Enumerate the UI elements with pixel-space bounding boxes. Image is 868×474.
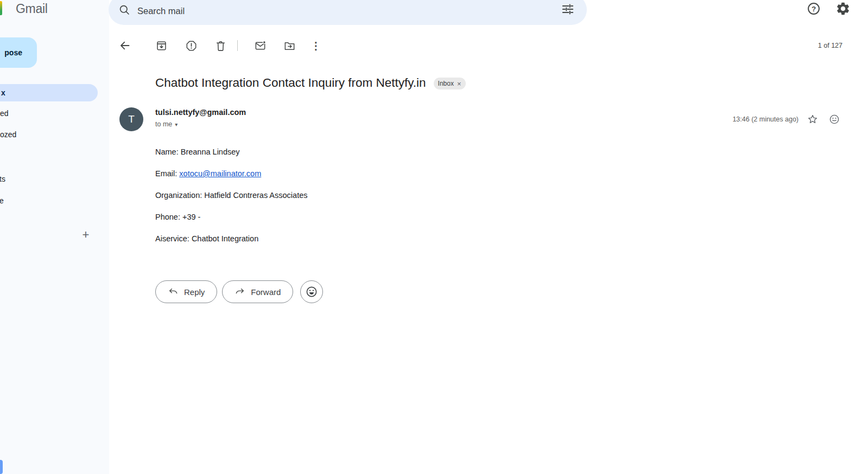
sidebar-item-starred[interactable]: ed [0,105,98,122]
pagination-counter: 1 of 127 [818,30,842,61]
forward-arrow-icon [235,286,245,297]
forward-button[interactable]: Forward [222,280,293,303]
archive-icon[interactable] [150,35,172,56]
to-me-dropdown[interactable]: to me▾ [155,120,178,128]
body-line-aiservice: Aiservice: Chatbot Integration [155,233,307,244]
report-spam-icon[interactable] [180,35,202,56]
inbox-chip-label: Inbox [438,80,454,87]
svg-text:?: ? [812,5,816,13]
to-me-label: to me [155,120,172,128]
message-header: T tulsi.nettyfy@gmail.com to me▾ 13:46 (… [119,107,868,133]
body-line-organization: Organization: Hatfield Contreras Associa… [155,190,307,201]
search-input[interactable] [137,4,517,18]
email-toolbar: ⋮ [114,35,327,56]
sidebar-item-snoozed[interactable]: ozed [0,126,98,143]
body-line-phone: Phone: +39 - [155,212,307,222]
sender-avatar: T [119,107,143,131]
back-arrow-icon[interactable] [114,35,136,56]
gmail-logo: Gmail [0,0,109,26]
email-subject: Chatbot Integration Contact Inquiry from… [155,76,426,90]
body-line-name: Name: Breanna Lindsey [155,146,307,157]
sidebar-item-drafts[interactable]: ts [0,170,98,188]
body-line-email: Email: xotocu@mailinator.com [155,168,307,179]
chip-close-icon[interactable]: × [457,80,461,88]
compose-button[interactable]: pose [0,37,37,68]
email-body: Name: Breanna Lindsey Email: xotocu@mail… [155,146,307,255]
subject-row: Chatbot Integration Contact Inquiry from… [155,76,466,90]
message-meta: 13:46 (2 minutes ago) [732,107,845,131]
move-to-folder-icon[interactable] [278,35,300,56]
sidebar-item-more[interactable]: e [0,192,98,209]
sidebar-item-inbox[interactable]: x [0,84,98,101]
help-icon[interactable]: ? [806,1,821,16]
create-label-plus-icon[interactable]: + [78,227,93,242]
compose-label: pose [4,37,22,68]
mark-unread-icon[interactable] [249,35,271,56]
more-options-icon[interactable]: ⋮ [305,35,327,56]
toolbar-divider [237,40,238,51]
forward-label: Forward [251,287,281,297]
sidebar-item-starred-label: ed [0,105,9,122]
reply-label: Reply [184,287,205,297]
inbox-label-chip[interactable]: Inbox × [434,78,466,89]
left-edge-accent-strip [0,460,3,474]
add-reaction-emoji-button[interactable] [300,280,323,303]
email-view-card: ⋮ 1 of 127 Chatbot Integration Contact I… [110,30,868,474]
delete-trash-icon[interactable] [210,35,231,56]
smiley-icon [305,285,318,298]
timestamp: 13:46 (2 minutes ago) [732,116,799,123]
search-options-tune-icon[interactable] [561,2,575,18]
sender-email[interactable]: tulsi.nettyfy@gmail.com [155,108,246,117]
gmail-m-icon [0,1,2,15]
gmail-window: Gmail pose x ed ozed ts e + [0,0,868,474]
star-icon[interactable] [802,108,823,130]
chevron-down-icon: ▾ [175,121,178,127]
sidebar-item-drafts-label: ts [0,170,5,188]
sidebar-item-inbox-label: x [1,84,5,101]
email-address-link[interactable]: xotocu@mailinator.com [179,169,261,178]
email-actions: Reply Forward [155,280,323,303]
sidebar: Gmail pose x ed ozed ts e + [0,0,109,474]
reply-arrow-icon [168,286,179,297]
sidebar-item-more-label: e [0,192,4,209]
sidebar-item-sent[interactable] [0,148,98,165]
email-prefix: Email: [155,169,179,178]
search-bar[interactable] [109,0,587,25]
gmail-wordmark: Gmail [16,0,48,17]
sidebar-item-snoozed-label: ozed [0,126,16,143]
emoji-reaction-icon[interactable] [823,108,845,130]
search-icon[interactable] [118,3,131,18]
reply-button[interactable]: Reply [155,280,217,303]
settings-gear-icon[interactable] [835,1,851,16]
